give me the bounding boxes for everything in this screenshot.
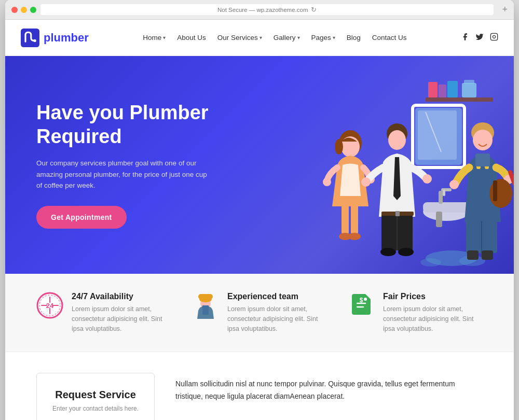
- feature-prices-icon-wrap: $: [348, 292, 375, 319]
- svg-rect-54: [467, 250, 479, 260]
- svg-text:$: $: [360, 297, 363, 304]
- traffic-lights: [11, 7, 36, 13]
- instagram-icon[interactable]: [490, 33, 498, 43]
- svg-rect-17: [439, 191, 443, 204]
- svg-point-65: [199, 296, 212, 302]
- browser-chrome: Not Secure — wp.zazotheme.com ↻ +: [5, 0, 514, 20]
- svg-point-31: [348, 233, 361, 240]
- svg-rect-66: [202, 305, 209, 315]
- nav-item-home[interactable]: Home ▾: [143, 34, 166, 41]
- feature-availability-text: 24/7 Availability Lorem ipsum dolor sit …: [72, 292, 171, 333]
- nav-item-pages[interactable]: Pages ▾: [311, 34, 335, 41]
- svg-rect-55: [482, 250, 493, 260]
- nav-links: Home ▾ About Us Our Services ▾ Gallery ▾: [143, 34, 406, 41]
- scene-illustration: [223, 56, 514, 274]
- svg-rect-9: [464, 80, 474, 84]
- svg-rect-46: [475, 153, 490, 166]
- address-text: Not Secure — wp.zazotheme.com: [217, 7, 308, 13]
- nav-about-label: About Us: [177, 34, 206, 41]
- feature-prices-text: Fair Prices Lorem ipsum dolor sit amet, …: [383, 292, 483, 333]
- nav-contact-label: Contact Us: [372, 34, 407, 41]
- svg-rect-6: [439, 85, 446, 97]
- chevron-down-icon: ▾: [260, 35, 262, 40]
- price-tag-icon: $: [350, 292, 373, 319]
- feature-availability-title: 24/7 Availability: [72, 292, 171, 301]
- feature-prices-desc: Lorem ipsum dolor sit amet, consectetur …: [383, 304, 483, 333]
- nav-blog-label: Blog: [347, 34, 361, 41]
- feature-availability-desc: Lorem ipsum dolor sit amet, consectetur …: [72, 304, 171, 333]
- svg-rect-12: [418, 110, 457, 160]
- feature-availability-icon-wrap: 24: [36, 292, 63, 319]
- reload-icon[interactable]: ↻: [311, 6, 317, 13]
- svg-rect-28: [342, 204, 349, 235]
- svg-point-36: [380, 248, 396, 256]
- feature-team-icon-wrap: [192, 292, 219, 319]
- svg-rect-8: [462, 83, 476, 97]
- svg-point-43: [473, 130, 493, 150]
- svg-point-50: [489, 179, 512, 208]
- get-appointment-button[interactable]: Get Appointment: [36, 206, 127, 229]
- new-tab-button[interactable]: +: [502, 4, 508, 15]
- feature-prices: $ Fair Prices Lorem ipsum dolor sit amet…: [348, 292, 483, 333]
- svg-rect-51: [493, 180, 497, 201]
- hero-content: Have you Plumber Required Our company se…: [36, 101, 244, 229]
- nav-pages-label: Pages: [311, 34, 331, 41]
- request-service-title: Request Service: [52, 389, 139, 401]
- chevron-down-icon: ▾: [333, 35, 335, 40]
- svg-point-37: [398, 248, 414, 256]
- availability-icon: 24: [36, 292, 63, 319]
- svg-rect-7: [447, 81, 458, 97]
- svg-rect-15: [423, 202, 470, 213]
- svg-rect-41: [395, 211, 400, 216]
- bottom-paragraph: Nullam sollicitudin nisl at nunc tempor …: [175, 373, 483, 403]
- feature-team-title: Experienced team: [227, 292, 327, 301]
- nav-social: [461, 33, 498, 43]
- twitter-icon[interactable]: [475, 33, 484, 43]
- browser-window: Not Secure — wp.zazotheme.com ↻ + plumbe…: [5, 0, 514, 420]
- close-button[interactable]: [11, 7, 18, 13]
- chevron-down-icon: ▾: [163, 35, 166, 40]
- feature-team: Experienced team Lorem ipsum dolor sit a…: [192, 292, 327, 333]
- svg-point-33: [388, 130, 406, 150]
- minimize-button[interactable]: [21, 7, 27, 13]
- hero-subtitle: Our company services plumber goal with o…: [36, 158, 213, 191]
- features-section: 24 24/7 Availability Lorem ipsum dolor s…: [5, 274, 514, 352]
- svg-rect-29: [351, 204, 358, 235]
- bottom-section: Request Service Enter your contact detai…: [5, 352, 514, 420]
- feature-availability: 24 24/7 Availability Lorem ipsum dolor s…: [36, 292, 171, 333]
- facebook-icon[interactable]: [461, 33, 469, 43]
- nav-item-gallery[interactable]: Gallery ▾: [274, 34, 300, 41]
- hero-illustration: [223, 56, 514, 274]
- svg-rect-2: [490, 33, 497, 40]
- svg-rect-19: [443, 190, 445, 196]
- svg-point-39: [422, 174, 432, 184]
- logo-text: plumber: [44, 31, 89, 45]
- worker-icon: [194, 292, 217, 319]
- svg-point-26: [323, 178, 331, 186]
- svg-rect-4: [426, 97, 493, 102]
- nav-item-contact[interactable]: Contact Us: [372, 34, 407, 41]
- svg-point-47: [449, 180, 459, 189]
- svg-rect-0: [21, 29, 39, 47]
- logo-link[interactable]: plumber: [21, 29, 89, 47]
- chevron-down-icon: ▾: [297, 35, 300, 40]
- nav-services-label: Our Services: [217, 34, 258, 41]
- svg-point-22: [420, 258, 441, 267]
- nav-item-services[interactable]: Our Services ▾: [217, 34, 262, 41]
- feature-team-text: Experienced team Lorem ipsum dolor sit a…: [227, 292, 327, 333]
- svg-point-67: [364, 298, 367, 301]
- navbar: plumber Home ▾ About Us Our Services ▾: [5, 20, 514, 56]
- logo-icon: [21, 29, 39, 47]
- address-bar[interactable]: Not Secure — wp.zazotheme.com ↻: [40, 4, 494, 15]
- svg-rect-5: [428, 82, 438, 97]
- hero-section: Have you Plumber Required Our company se…: [5, 56, 514, 274]
- nav-item-about[interactable]: About Us: [177, 34, 206, 41]
- request-service-box: Request Service Enter your contact detai…: [36, 373, 155, 420]
- svg-rect-16: [436, 212, 442, 227]
- nav-home-label: Home: [143, 34, 161, 41]
- nav-item-blog[interactable]: Blog: [347, 34, 361, 41]
- hero-title: Have you Plumber Required: [36, 101, 244, 148]
- maximize-button[interactable]: [30, 7, 36, 13]
- feature-prices-title: Fair Prices: [383, 292, 483, 301]
- feature-team-desc: Lorem ipsum dolor sit amet, consectetur …: [227, 304, 327, 333]
